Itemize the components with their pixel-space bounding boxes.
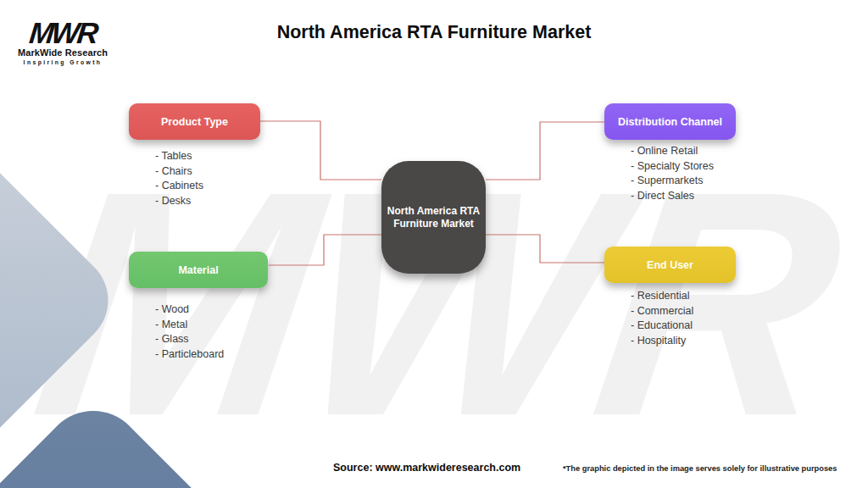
list-item: - Commercial [631, 304, 693, 319]
branch-items-product-type: - Tables - Chairs - Cabinets - Desks [155, 149, 203, 208]
center-node-label: North America RTA Furniture Market [387, 205, 481, 230]
source-text: Source: www.markwideresearch.com [333, 462, 520, 474]
list-item: - Specialty Stores [631, 159, 714, 175]
list-item: - Glass [155, 332, 224, 347]
infographic-canvas: MWR MWR MarkWide Research Inspiring Grow… [0, 0, 868, 488]
list-item: - Particleboard [155, 347, 224, 363]
page-title: North America RTA Furniture Market [0, 22, 868, 43]
list-item: - Metal [155, 318, 224, 333]
list-item: - Online Retail [631, 144, 714, 159]
list-item: - Cabinets [155, 179, 203, 194]
list-item: - Supermarkets [631, 174, 714, 189]
branch-items-end-user: - Residential - Commercial - Educational… [631, 289, 693, 348]
branch-items-material: - Wood - Metal - Glass - Particleboard [155, 302, 224, 362]
branch-box-distribution-channel: Distribution Channel [604, 103, 736, 140]
list-item: - Chairs [155, 164, 203, 180]
list-item: - Direct Sales [631, 189, 714, 204]
list-item: - Educational [631, 319, 693, 334]
branch-box-material: Material [129, 252, 268, 288]
list-item: - Desks [155, 194, 203, 209]
branch-box-product-type: Product Type [129, 103, 260, 140]
list-item: - Tables [155, 149, 203, 164]
branch-label-material: Material [178, 264, 218, 276]
list-item: - Wood [155, 302, 224, 318]
disclaimer-text: *The graphic depicted in the image serve… [563, 464, 837, 473]
branch-label-end-user: End User [647, 259, 693, 271]
center-node: North America RTA Furniture Market [381, 161, 486, 274]
logo-tagline: Inspiring Growth [14, 59, 112, 65]
list-item: - Hospitality [631, 334, 693, 349]
branch-items-distribution-channel: - Online Retail - Specialty Stores - Sup… [631, 144, 714, 203]
branch-box-end-user: End User [604, 247, 736, 283]
branch-label-distribution-channel: Distribution Channel [618, 116, 722, 128]
list-item: - Residential [631, 289, 693, 304]
branch-label-product-type: Product Type [161, 116, 228, 128]
